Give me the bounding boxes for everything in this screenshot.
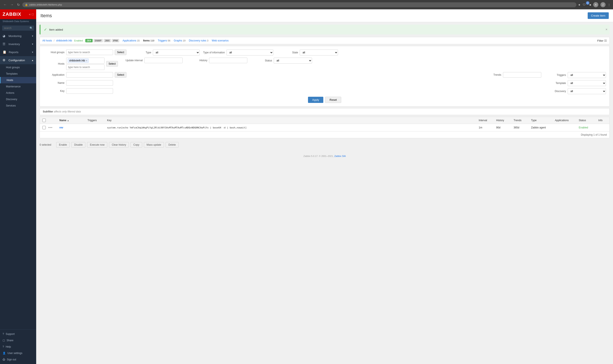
create-item-button[interactable]: Create item (588, 12, 609, 19)
row-menu-dots[interactable]: ••• (48, 126, 57, 130)
reset-button[interactable]: Reset (325, 97, 341, 103)
host-groups-input[interactable] (66, 50, 113, 55)
name-input[interactable] (66, 80, 113, 86)
back-button[interactable]: ← (2, 2, 8, 7)
breadcrumb-host[interactable]: shibboleth.htb (56, 39, 72, 42)
bookmark-icon[interactable]: ★ (578, 3, 581, 6)
footer-link[interactable]: Zabbix SIA (334, 155, 346, 157)
menu-icon[interactable]: ⋮ (608, 3, 611, 6)
reports-label: Reports (9, 51, 18, 54)
sidebar-item-configuration[interactable]: ⚙ Configuration ▲ (0, 56, 36, 64)
item-key: system.run[echo YmFzaCAqLWkgPiYgL2Rldi90… (107, 126, 247, 129)
tab-items[interactable]: Items 110 (143, 39, 154, 42)
user-avatar-2[interactable]: Z (600, 2, 606, 7)
badge-jmx[interactable]: JMX (104, 39, 111, 42)
notification-close[interactable]: × (606, 28, 607, 31)
forward-button[interactable]: → (9, 2, 14, 7)
filter-group-state: State all (277, 50, 338, 55)
delete-button[interactable]: Delete (166, 142, 178, 148)
tab-discovery-rules[interactable]: Discovery rules 3 (189, 39, 208, 42)
sidebar-sub-services[interactable]: Services (0, 103, 36, 109)
tab-graphs[interactable]: Graphs 19 (174, 39, 185, 42)
apply-button[interactable]: Apply (308, 97, 324, 103)
host-tag-remove[interactable]: × (86, 59, 87, 62)
sidebar-sub-discovery[interactable]: Discovery (0, 96, 36, 103)
status-label: Status (251, 59, 272, 62)
col-header-triggers: Triggers (87, 119, 105, 122)
extension-badge: 6 (586, 1, 589, 5)
select-all-checkbox[interactable] (42, 119, 46, 122)
security-icon: 🔒 (25, 3, 28, 6)
hosts-search-input[interactable] (66, 65, 105, 70)
copy-button[interactable]: Copy (130, 142, 142, 148)
shield-icon[interactable]: 🛡 (583, 3, 586, 6)
filter-group-type: Type all (130, 50, 200, 55)
sidebar-sub-actions[interactable]: Actions (0, 90, 36, 96)
tab-web-scenarios[interactable]: Web scenarios (212, 39, 229, 42)
col-header-name[interactable]: Name ▲ (59, 119, 85, 122)
status-badge[interactable]: Enabled (579, 126, 588, 129)
enable-button[interactable]: Enable (56, 142, 70, 148)
application-input[interactable] (66, 72, 113, 78)
row-checkbox[interactable] (42, 126, 46, 129)
hosts-select-btn[interactable]: Select (106, 61, 118, 66)
execute-now-button[interactable]: Execute now (87, 142, 107, 148)
state-select[interactable]: all (300, 50, 338, 55)
filter-row-1: Host groups Select Type all Type of info… (43, 50, 606, 55)
collapse-icon[interactable]: « (29, 13, 31, 16)
sidebar-support[interactable]: ? Support (0, 331, 36, 337)
filter-label: Filter (597, 39, 603, 42)
application-select-btn[interactable]: Select (115, 72, 126, 78)
trends-input[interactable] (503, 72, 541, 78)
state-label: State (277, 51, 298, 54)
badge-snmp[interactable]: SNMP (94, 39, 103, 42)
reload-button[interactable]: ↻ (16, 2, 21, 8)
sidebar-help[interactable]: ? Help (0, 344, 36, 350)
template-select[interactable]: all (568, 80, 606, 86)
sidebar-search-input[interactable] (2, 26, 34, 31)
update-interval-input[interactable] (144, 58, 183, 63)
sidebar-sub-hosts[interactable]: Hosts (0, 77, 36, 83)
status-select[interactable]: all (274, 58, 312, 64)
type-of-info-select[interactable]: all (227, 50, 273, 55)
expand-icon[interactable]: □ (32, 13, 34, 16)
sidebar-sign-out[interactable]: ⏻ Sign out (0, 356, 36, 363)
sidebar-item-monitoring[interactable]: ◕ Monitoring ▼ (0, 32, 36, 40)
filter-group-template: Template all (545, 80, 606, 86)
clear-history-button[interactable]: Clear history (109, 142, 129, 148)
support-icon: ? (2, 333, 4, 336)
breadcrumb-all-hosts[interactable]: All hosts (42, 39, 52, 42)
discovery-select[interactable]: all (568, 88, 606, 94)
history-input[interactable] (209, 58, 247, 63)
row-name: rev (59, 126, 85, 129)
protocol-badges: ZBX SNMP JMX IPMI (85, 39, 119, 42)
sidebar-sub-maintenance[interactable]: Maintenance (0, 83, 36, 90)
type-select[interactable]: all (153, 50, 200, 55)
sidebar-sub-templates[interactable]: Templates (0, 71, 36, 77)
host-groups-select-btn[interactable]: Select (115, 50, 126, 55)
badge-zbx[interactable]: ZBX (85, 39, 93, 42)
extension-icon[interactable]: ■ (589, 3, 591, 6)
host-groups-label: Host groups (6, 66, 20, 69)
mass-update-button[interactable]: Mass update (144, 142, 164, 148)
user-avatar-1[interactable]: A (593, 2, 598, 7)
sidebar-sub-host-groups[interactable]: Host groups (0, 64, 36, 71)
badge-ipmi[interactable]: IPMI (112, 39, 119, 42)
triggers-select[interactable]: all (568, 72, 606, 78)
sidebar-search-icon: 🔍 (30, 26, 33, 29)
item-name-link[interactable]: rev (59, 126, 63, 129)
filter-button[interactable]: Filter ☷ (597, 39, 607, 42)
page-tabs: Applications 15 Items 110 Triggers 56 Gr… (123, 39, 229, 42)
disable-button[interactable]: Disable (71, 142, 85, 148)
sidebar-item-inventory[interactable]: ☰ Inventory ▼ (0, 40, 36, 48)
sidebar-item-reports[interactable]: 📋 Reports ▼ (0, 48, 36, 56)
sidebar-user-settings[interactable]: 👤 User settings (0, 350, 36, 356)
sign-out-label: Sign out (7, 358, 16, 361)
address-bar[interactable]: 🔒 zabbix.shibboleth.htb/items.php (22, 2, 576, 7)
tab-applications[interactable]: Applications 15 (123, 39, 140, 42)
sidebar-share[interactable]: ▢ Share (0, 337, 36, 344)
tab-triggers[interactable]: Triggers 56 (158, 39, 170, 42)
hosts-label: Hosts (7, 79, 13, 82)
key-input[interactable] (66, 88, 113, 94)
sidebar-search: 🔍 (0, 24, 36, 32)
